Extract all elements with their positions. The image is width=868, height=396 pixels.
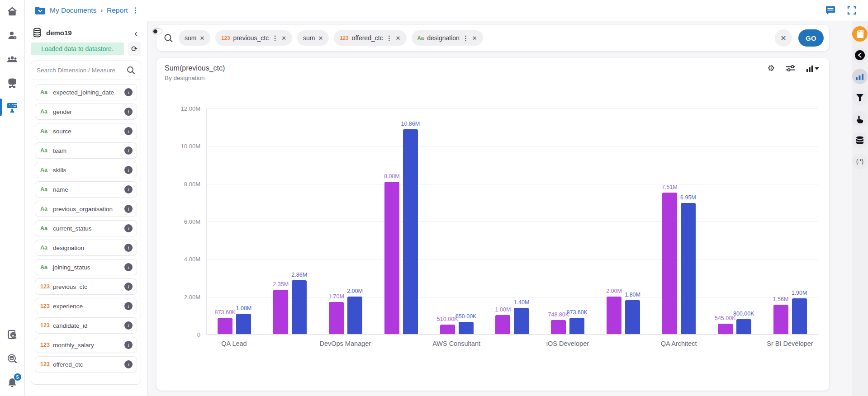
fullscreen-icon[interactable] bbox=[847, 6, 856, 15]
chip-remove-icon[interactable]: ✕ bbox=[199, 35, 204, 42]
bar-sum(previous_ctc)[interactable]: 873.60K bbox=[218, 318, 232, 334]
bar-rect[interactable] bbox=[218, 318, 232, 334]
field-item-experience[interactable]: 123experiencei bbox=[35, 298, 137, 314]
bar-sum(previous_ctc)[interactable]: 1.56M bbox=[773, 305, 788, 334]
data-server-icon[interactable] bbox=[0, 73, 25, 94]
query-chip-offered_ctc[interactable]: 123offered_ctc⋮✕ bbox=[334, 30, 406, 46]
regex-icon[interactable]: (.*) bbox=[852, 154, 868, 169]
info-icon[interactable]: i bbox=[124, 166, 133, 174]
breadcrumb-menu-icon[interactable]: ⋮ bbox=[132, 7, 139, 14]
bar-sum(offered_ctc)[interactable]: 10.86M bbox=[403, 129, 418, 334]
field-item-monthly_salary[interactable]: 123monthly_salaryi bbox=[35, 337, 137, 353]
undo-back-icon[interactable] bbox=[852, 47, 868, 63]
chart-type-selector-icon[interactable] bbox=[806, 65, 819, 72]
bar-sum(previous_ctc)[interactable]: 1.00M bbox=[495, 315, 510, 334]
info-icon[interactable]: i bbox=[124, 185, 133, 193]
breadcrumb-page[interactable]: Report bbox=[107, 6, 128, 14]
info-icon[interactable]: i bbox=[124, 127, 133, 135]
chip-remove-icon[interactable]: ✕ bbox=[318, 35, 323, 42]
query-toggle[interactable] bbox=[152, 28, 162, 34]
storage-card-icon[interactable] bbox=[852, 26, 868, 42]
breadcrumb-folder[interactable]: My Documents bbox=[50, 6, 96, 14]
bar-rect[interactable] bbox=[736, 319, 751, 334]
go-button[interactable]: GO bbox=[798, 29, 824, 47]
chip-remove-icon[interactable]: ✕ bbox=[281, 35, 286, 42]
bar-rect[interactable] bbox=[495, 315, 510, 334]
users-group-icon[interactable] bbox=[0, 49, 25, 70]
bar-sum(previous_ctc)[interactable]: 8.08M bbox=[384, 182, 399, 334]
info-icon[interactable]: i bbox=[124, 360, 133, 368]
chip-menu-icon[interactable]: ⋮ bbox=[463, 34, 469, 42]
field-item-current_status[interactable]: Aacurrent_statusi bbox=[35, 220, 137, 236]
bar-rect[interactable] bbox=[625, 300, 640, 334]
field-item-joining_status[interactable]: Aajoining_statusi bbox=[35, 259, 137, 275]
chip-remove-icon[interactable]: ✕ bbox=[472, 35, 477, 42]
bar-rect[interactable] bbox=[718, 324, 733, 334]
info-icon[interactable]: i bbox=[124, 302, 133, 310]
field-item-expected_joining_date[interactable]: Aaexpected_joining_datei bbox=[35, 84, 137, 100]
query-chip-designation[interactable]: Aadesignation⋮✕ bbox=[412, 30, 483, 46]
database-icon[interactable] bbox=[852, 132, 868, 148]
field-item-previous_organisation[interactable]: Aaprevious_organisationi bbox=[35, 201, 137, 217]
chart-options-sliders-icon[interactable] bbox=[786, 64, 796, 72]
bar-chart-icon[interactable] bbox=[852, 69, 868, 84]
bar-sum(offered_ctc)[interactable]: 650.00K bbox=[459, 322, 474, 334]
refresh-icon[interactable]: ⟳ bbox=[128, 42, 141, 56]
chart-settings-gear-icon[interactable]: ⚙ bbox=[768, 64, 775, 72]
info-icon[interactable]: i bbox=[124, 283, 133, 291]
bar-rect[interactable] bbox=[329, 302, 344, 334]
info-icon[interactable]: i bbox=[124, 321, 133, 330]
pointer-hand-icon[interactable] bbox=[852, 111, 868, 127]
bar-sum(previous_ctc)[interactable]: 545.00K bbox=[718, 324, 733, 334]
bar-sum(offered_ctc)[interactable]: 1.08M bbox=[236, 314, 251, 334]
datastore-search-icon[interactable] bbox=[0, 349, 25, 369]
bar-rect[interactable] bbox=[403, 129, 418, 334]
field-item-gender[interactable]: Aagenderi bbox=[35, 104, 137, 120]
info-icon[interactable]: i bbox=[124, 205, 133, 213]
bar-sum(previous_ctc)[interactable]: 748.80K bbox=[551, 320, 566, 334]
info-icon[interactable]: i bbox=[124, 244, 133, 252]
info-icon[interactable]: i bbox=[124, 108, 133, 116]
report-search-icon[interactable] bbox=[0, 325, 25, 345]
bar-rect[interactable] bbox=[236, 314, 251, 334]
bar-rect[interactable] bbox=[459, 322, 474, 334]
bar-sum(offered_ctc)[interactable]: 1.90M bbox=[792, 298, 807, 334]
notifications-icon[interactable]: 5 bbox=[0, 372, 25, 393]
bar-sum(previous_ctc)[interactable]: 1.70M bbox=[329, 302, 344, 334]
bar-sum(previous_ctc)[interactable]: 510.00K bbox=[440, 325, 455, 334]
bar-rect[interactable] bbox=[569, 318, 584, 334]
comments-icon[interactable] bbox=[825, 6, 835, 15]
search-icon[interactable] bbox=[127, 66, 135, 75]
filter-funnel-icon[interactable] bbox=[852, 90, 868, 105]
bar-rect[interactable] bbox=[773, 305, 788, 334]
bar-sum(offered_ctc)[interactable]: 873.60K bbox=[569, 318, 584, 334]
bar-rect[interactable] bbox=[273, 290, 288, 334]
bar-rect[interactable] bbox=[440, 325, 455, 334]
bar-sum(offered_ctc)[interactable]: 800.00K bbox=[736, 319, 751, 334]
query-chip-sum[interactable]: sum✕ bbox=[179, 30, 210, 46]
bar-sum(previous_ctc)[interactable]: 7.51M bbox=[662, 193, 677, 334]
clear-query-icon[interactable]: ✕ bbox=[775, 29, 792, 47]
bar-rect[interactable] bbox=[514, 308, 529, 334]
bar-rect[interactable] bbox=[662, 193, 677, 334]
chip-remove-icon[interactable]: ✕ bbox=[396, 35, 401, 42]
collapse-panel-icon[interactable]: ‹ bbox=[133, 28, 139, 38]
field-item-offered_ctc[interactable]: 123offered_ctci bbox=[35, 356, 137, 372]
field-item-skills[interactable]: Aaskillsi bbox=[35, 162, 137, 178]
dashboard-report-icon[interactable] bbox=[0, 97, 25, 118]
bar-rect[interactable] bbox=[551, 320, 566, 334]
chip-menu-icon[interactable]: ⋮ bbox=[386, 34, 393, 42]
bar-sum(offered_ctc)[interactable]: 2.00M bbox=[347, 297, 362, 334]
bar-rect[interactable] bbox=[384, 182, 399, 334]
bar-sum(offered_ctc)[interactable]: 1.80M bbox=[625, 300, 640, 334]
bar-chart-plot[interactable]: 12.00M10.00M8.00M6.00M4.00M2.00M0 873.60… bbox=[206, 108, 818, 335]
field-item-source[interactable]: Aasourcei bbox=[35, 123, 137, 139]
field-item-designation[interactable]: Aadesignationi bbox=[35, 240, 137, 256]
bar-sum(offered_ctc)[interactable]: 2.86M bbox=[292, 280, 307, 334]
bar-rect[interactable] bbox=[792, 298, 807, 334]
user-settings-icon[interactable] bbox=[0, 25, 25, 46]
bar-sum(previous_ctc)[interactable]: 2.00M bbox=[607, 297, 621, 334]
bar-sum(offered_ctc)[interactable]: 1.40M bbox=[514, 308, 529, 334]
info-icon[interactable]: i bbox=[124, 146, 133, 155]
bar-sum(offered_ctc)[interactable]: 6.95M bbox=[681, 203, 696, 334]
